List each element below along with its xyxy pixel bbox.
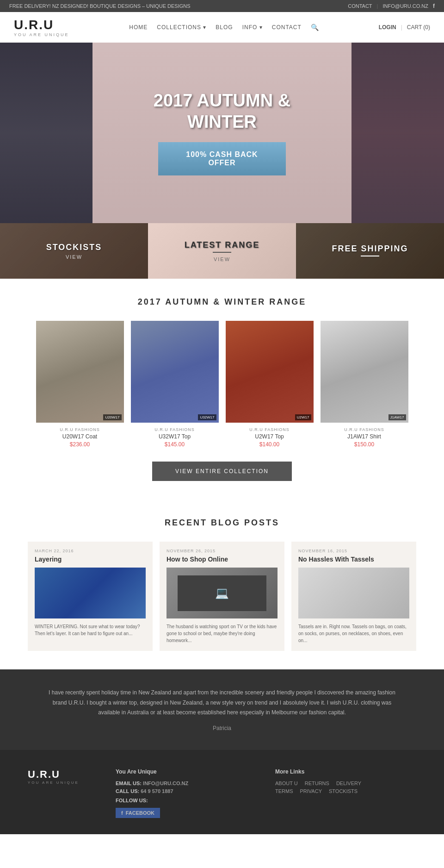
product-price-2: $145.00 bbox=[131, 441, 219, 448]
panel-stockists-sub: VIEW bbox=[66, 254, 82, 260]
logo-text: U.R.U bbox=[14, 18, 69, 32]
blog-date-1: MARCH 22, 2016 bbox=[35, 549, 146, 553]
hero-section: 2017 AUTUMN &WINTER 100% CASH BACKOFFER bbox=[0, 43, 444, 223]
footer-link-stockists[interactable]: STOCKISTS bbox=[329, 788, 358, 794]
facebook-button[interactable]: f FACEBOOK bbox=[116, 808, 160, 818]
facebook-label: FACEBOOK bbox=[126, 810, 154, 816]
footer-email-row: EMAIL US: INFO@URU.CO.NZ bbox=[116, 781, 257, 786]
nav-blog[interactable]: BLOG bbox=[216, 24, 233, 31]
product-card-1[interactable]: U20W17 U.R.U FASHIONS U20W17 Coat $236.0… bbox=[36, 321, 124, 448]
testimonial-text: I have recently spent holiday time in Ne… bbox=[46, 688, 398, 718]
product-price-3: $140.00 bbox=[226, 441, 314, 448]
product-img-2: U32W17 bbox=[131, 321, 219, 423]
logo-area: U.R.U YOU ARE UNIQUE bbox=[14, 18, 69, 37]
product-price-4: $150.00 bbox=[321, 441, 408, 448]
hero-cta-button[interactable]: 100% CASH BACKOFFER bbox=[158, 142, 285, 175]
blog-title-3: No Hassles With Tassels bbox=[298, 556, 409, 563]
login-link[interactable]: LOGIN bbox=[379, 24, 396, 31]
panel-latest-range[interactable]: LATEST RANGE VIEW bbox=[148, 223, 296, 279]
collection-section: 2017 AUTUMN & WINTER RANGE U20W17 U.R.U … bbox=[0, 279, 444, 500]
footer-follow-row: FOLLOW US: f FACEBOOK bbox=[116, 798, 257, 818]
footer-links-row-2: TERMS PRIVACY STOCKISTS bbox=[275, 788, 416, 796]
product-card-3[interactable]: U2W17 U.R.U FASHIONS U2W17 Top $140.00 bbox=[226, 321, 314, 448]
nav-home[interactable]: HOME bbox=[129, 24, 148, 31]
hero-title: 2017 AUTUMN &WINTER bbox=[154, 90, 290, 132]
blog-excerpt-3: Tassels are in. Right now. Tassels on ba… bbox=[298, 623, 409, 644]
testimonial-author: Patricia bbox=[46, 725, 398, 731]
footer-links-row: ABOUT U RETURNS DELIVERY bbox=[275, 781, 416, 788]
testimonial-section: I have recently spent holiday time in Ne… bbox=[0, 669, 444, 750]
collection-title: 2017 AUTUMN & WINTER RANGE bbox=[28, 297, 416, 307]
nav-info[interactable]: INFO ▾ bbox=[242, 24, 263, 31]
top-bar-email: INFO@URU.CO.NZ bbox=[382, 3, 428, 9]
blog-grid: MARCH 22, 2016 Layering WINTER LAYERING.… bbox=[28, 542, 416, 651]
blog-excerpt-2: The husband is watching sport on TV or t… bbox=[166, 623, 278, 644]
facebook-icon: f bbox=[121, 810, 123, 816]
products-grid: U20W17 U.R.U FASHIONS U20W17 Coat $236.0… bbox=[28, 321, 416, 448]
cart-link[interactable]: CART (0) bbox=[407, 24, 430, 31]
footer-follow-label: FOLLOW US: bbox=[116, 798, 257, 803]
product-card-2[interactable]: U32W17 U.R.U FASHIONS U32W17 Top $145.00 bbox=[131, 321, 219, 448]
panels-row: STOCKISTS VIEW LATEST RANGE VIEW FREE SH… bbox=[0, 223, 444, 279]
blog-date-3: NOVEMBER 16, 2015 bbox=[298, 549, 409, 553]
blog-card-3[interactable]: NOVEMBER 16, 2015 No Hassles With Tassel… bbox=[291, 542, 416, 651]
blog-card-1[interactable]: MARCH 22, 2016 Layering WINTER LAYERING.… bbox=[28, 542, 153, 651]
footer-logo: U.R.U YOU ARE UNIQUE bbox=[28, 768, 97, 785]
footer-link-terms[interactable]: TERMS bbox=[275, 788, 293, 794]
blog-section: RECENT BLOG POSTS MARCH 22, 2016 Layerin… bbox=[0, 500, 444, 669]
blog-date-2: NOVEMBER 26, 2015 bbox=[166, 549, 278, 553]
logo-sub: YOU ARE UNIQUE bbox=[14, 32, 69, 37]
product-name-1: U20W17 Coat bbox=[36, 433, 124, 440]
product-img-4: J1AW17 bbox=[321, 321, 408, 423]
search-icon[interactable]: 🔍 bbox=[311, 24, 319, 31]
blog-card-2[interactable]: NOVEMBER 26, 2015 How to Shop Online 💻 T… bbox=[160, 542, 284, 651]
nav-area: HOME COLLECTIONS ▾ BLOG INFO ▾ CONTACT 🔍 bbox=[129, 24, 319, 31]
panel-stockists-label: STOCKISTS bbox=[46, 243, 102, 252]
top-bar: FREE DELIVERY! NZ DESIGNED! BOUTIQUE DES… bbox=[0, 0, 444, 12]
product-code-1: U20W17 bbox=[103, 414, 121, 420]
blog-img-1 bbox=[35, 568, 146, 618]
product-name-4: J1AW17 Shirt bbox=[321, 433, 408, 440]
product-card-4[interactable]: J1AW17 U.R.U FASHIONS J1AW17 Shirt $150.… bbox=[321, 321, 408, 448]
footer-more-links-title: More Links bbox=[275, 768, 416, 775]
product-brand-4: U.R.U FASHIONS bbox=[321, 427, 408, 432]
hero-figure-left bbox=[0, 43, 92, 223]
blog-excerpt-1: WINTER LAYERING. Not sure what to wear t… bbox=[35, 623, 146, 637]
blog-section-title: RECENT BLOG POSTS bbox=[28, 518, 416, 528]
panel-latest-sub: VIEW bbox=[214, 256, 230, 262]
product-price-1: $236.00 bbox=[36, 441, 124, 448]
footer-col-title: You Are Unique bbox=[116, 768, 257, 775]
footer-link-returns[interactable]: RETURNS bbox=[305, 781, 329, 786]
panel-shipping-label: FREE SHIPPING bbox=[332, 244, 408, 254]
footer-col-links: More Links ABOUT U RETURNS DELIVERY TERM… bbox=[275, 768, 416, 796]
blog-img-3 bbox=[298, 568, 409, 618]
facebook-icon[interactable]: f bbox=[433, 3, 435, 9]
panel-stockists[interactable]: STOCKISTS VIEW bbox=[0, 223, 148, 279]
blog-title-1: Layering bbox=[35, 556, 146, 563]
product-code-3: U2W17 bbox=[295, 414, 311, 420]
footer: U.R.U YOU ARE UNIQUE You Are Unique EMAI… bbox=[0, 750, 444, 834]
footer-link-privacy[interactable]: PRIVACY bbox=[300, 788, 322, 794]
product-code-2: U32W17 bbox=[198, 414, 216, 420]
nav-collections[interactable]: COLLECTIONS ▾ bbox=[157, 24, 206, 31]
top-bar-right: CONTACT | INFO@URU.CO.NZ f bbox=[348, 3, 435, 9]
product-brand-1: U.R.U FASHIONS bbox=[36, 427, 124, 432]
blog-img-2: 💻 bbox=[166, 568, 278, 618]
hero-figure-right bbox=[352, 43, 444, 223]
top-bar-left: FREE DELIVERY! NZ DESIGNED! BOUTIQUE DES… bbox=[9, 3, 191, 9]
contact-link[interactable]: CONTACT bbox=[348, 3, 372, 9]
footer-link-about[interactable]: ABOUT U bbox=[275, 781, 298, 786]
footer-logo-sub: YOU ARE UNIQUE bbox=[28, 781, 97, 785]
panel-latest-label: LATEST RANGE bbox=[185, 240, 260, 250]
product-name-3: U2W17 Top bbox=[226, 433, 314, 440]
panel-free-shipping[interactable]: FREE SHIPPING bbox=[296, 223, 444, 279]
footer-link-delivery[interactable]: DELIVERY bbox=[336, 781, 361, 786]
view-collection-button[interactable]: VIEW ENTIRE COLLECTION bbox=[152, 462, 292, 481]
nav-contact[interactable]: CONTACT bbox=[272, 24, 302, 31]
product-img-3: U2W17 bbox=[226, 321, 314, 423]
product-brand-3: U.R.U FASHIONS bbox=[226, 427, 314, 432]
footer-phone-row: CALL US: 64 9 570 1887 bbox=[116, 788, 257, 794]
product-brand-2: U.R.U FASHIONS bbox=[131, 427, 219, 432]
hero-content: 2017 AUTUMN &WINTER 100% CASH BACKOFFER bbox=[154, 90, 290, 175]
product-img-1: U20W17 bbox=[36, 321, 124, 423]
